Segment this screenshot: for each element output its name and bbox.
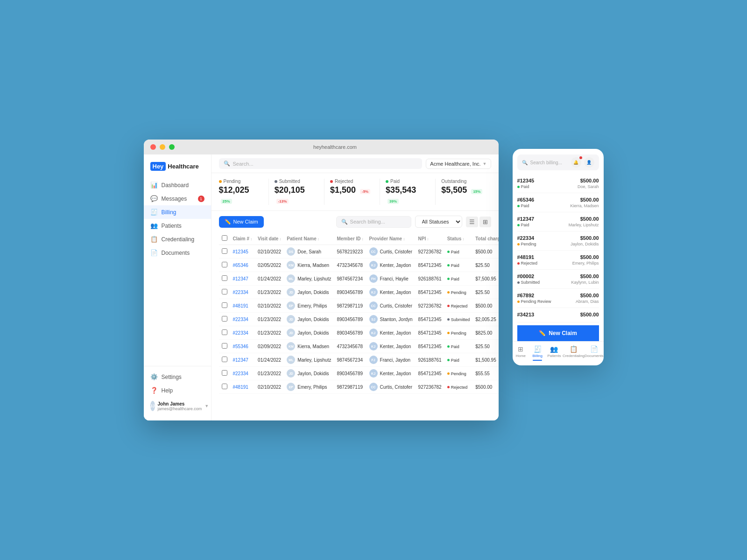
npi: 854712345 xyxy=(416,259,444,272)
claim-link[interactable]: #48191 xyxy=(233,303,248,308)
sidebar-item-billing[interactable]: 🧾 Billing xyxy=(144,205,211,219)
billing-search[interactable]: 🔍 Search billing... xyxy=(336,216,411,228)
table-row[interactable]: #55346 02/09/2022 KM Kierra, Madsen 4732… xyxy=(219,340,499,353)
phone-header-icons: 🔔 👤 xyxy=(571,157,594,168)
table-row[interactable]: #48191 02/10/2022 EP Emery, Philips 9872… xyxy=(219,380,499,394)
phone-nav-billing[interactable]: 🧾 Billing xyxy=(529,345,546,361)
total-charge: $7,500.95 xyxy=(472,272,498,286)
mobile-status: Pending Review xyxy=(517,299,551,304)
claim-link[interactable]: #48191 xyxy=(233,385,248,390)
sidebar-item-settings[interactable]: ⚙️ Settings xyxy=(144,370,211,384)
table-row[interactable]: #22334 01/23/2022 JD Jaylon, Dokidis 890… xyxy=(219,326,499,340)
provider-name: KJ Kenter, Jaydon xyxy=(366,326,416,340)
mobile-billing-item[interactable]: #65346 $500.00 Paid Kierra, Madsen xyxy=(517,193,599,212)
sidebar-item-dashboard[interactable]: 📊 Dashboard xyxy=(144,178,211,192)
notifications-button[interactable]: 🔔 xyxy=(571,157,581,168)
visit-date: 01/24/2022 xyxy=(255,272,284,286)
patient-avatar: JD xyxy=(287,315,295,323)
table-row[interactable]: #65346 02/05/2022 KM Kierra, Madsen 4732… xyxy=(219,259,499,272)
row-checkbox[interactable] xyxy=(222,316,227,322)
mobile-billing-item[interactable]: #48191 $500.00 Rejected Emery, Philips xyxy=(517,251,599,270)
row-checkbox[interactable] xyxy=(222,343,227,349)
npi: 926188761 xyxy=(416,272,444,286)
row-checkbox[interactable] xyxy=(222,262,227,267)
home-icon: ⊞ xyxy=(518,345,523,353)
patient-name: JD Jaylon, Dokidis xyxy=(284,367,334,380)
table-row[interactable]: #22334 01/23/2022 JD Jaylon, Dokidis 890… xyxy=(219,286,499,299)
phone-nav-documents[interactable]: 📄 Documents xyxy=(585,345,603,361)
mobile-billing-item[interactable]: #12345 $500.00 Paid Doe, Sarah xyxy=(517,174,599,193)
status-text: Rejected xyxy=(451,385,468,390)
status-text: Pending xyxy=(451,290,466,295)
claim-link[interactable]: #55346 xyxy=(233,344,248,349)
status-cell: Submitted xyxy=(444,313,473,326)
status-filter[interactable]: All Statuses xyxy=(415,216,462,228)
maximize-button[interactable] xyxy=(169,144,175,150)
browser-window: heyhealthcare.com Hey Healthcare 📊 Dashb… xyxy=(144,140,499,420)
sidebar-item-patients[interactable]: 👥 Patients xyxy=(144,219,211,232)
phone-search[interactable]: 🔍 Search billing... 🔔 👤 xyxy=(517,154,599,170)
claim-link[interactable]: #12347 xyxy=(233,357,248,363)
member-id: 8903456789 xyxy=(334,367,366,380)
table-row[interactable]: #48191 02/10/2022 EP Emery, Philips 9872… xyxy=(219,299,499,313)
new-claim-button[interactable]: ✏️ New Claim xyxy=(219,216,264,228)
close-button[interactable] xyxy=(150,144,156,150)
phone-nav-credentialing[interactable]: 📋 Credentialing xyxy=(563,345,585,361)
submitted-label: Submitted xyxy=(279,179,300,184)
minimize-button[interactable] xyxy=(160,144,165,150)
table-row[interactable]: #12345 02/10/2022 DS Doe, Sarah 56782192… xyxy=(219,245,499,259)
status-cell: Paid xyxy=(444,259,473,272)
mobile-billing-item[interactable]: #22334 $500.00 Pending Jaylon, Dokidis xyxy=(517,231,599,251)
row-checkbox[interactable] xyxy=(222,248,227,254)
mobile-billing-item[interactable]: #34213 $500.00 xyxy=(517,308,599,322)
mobile-new-claim-button[interactable]: ✏️ New Claim xyxy=(517,325,599,341)
table-row[interactable]: #22334 01/23/2022 JD Jaylon, Dokidis 890… xyxy=(219,367,499,380)
grid-view-button[interactable]: ⊞ xyxy=(479,217,491,227)
sidebar-item-credentialing[interactable]: 📋 Credentialing xyxy=(144,232,211,246)
sidebar-item-label: Credentialing xyxy=(162,236,195,243)
claim-link[interactable]: #12345 xyxy=(233,249,248,254)
paid-value: $35,543 xyxy=(386,185,416,195)
messages-icon: 💬 xyxy=(150,195,158,202)
sidebar-item-help[interactable]: ❓ Help xyxy=(144,384,211,397)
claim-link[interactable]: #12347 xyxy=(233,276,248,281)
row-checkbox[interactable] xyxy=(222,275,227,281)
org-selector[interactable]: Acme Healthcare, Inc. ▼ xyxy=(426,159,491,169)
mobile-billing-item[interactable]: #12347 $500.00 Paid Marley, Lipshutz xyxy=(517,212,599,231)
claim-link[interactable]: #22334 xyxy=(233,317,248,322)
select-all-checkbox[interactable] xyxy=(222,235,227,241)
table-row[interactable]: #12347 01/24/2022 ML Marley, Lipshutz 98… xyxy=(219,272,499,286)
phone-nav-patients[interactable]: 👥 Patients xyxy=(546,345,563,361)
list-view-button[interactable]: ☰ xyxy=(466,217,478,227)
patient-name: ML Marley, Lipshutz xyxy=(284,272,334,286)
row-checkbox[interactable] xyxy=(222,329,227,335)
mobile-status: Submitted xyxy=(517,280,540,285)
row-checkbox[interactable] xyxy=(222,302,227,308)
profile-button[interactable]: 👤 xyxy=(584,157,594,168)
table-row[interactable]: #12347 01/24/2022 ML Marley, Lipshutz 98… xyxy=(219,353,499,367)
status-cell: Paid xyxy=(444,353,473,367)
row-checkbox[interactable] xyxy=(222,357,227,362)
search-box[interactable]: 🔍 Search... xyxy=(219,158,423,169)
claim-link[interactable]: #22334 xyxy=(233,330,248,336)
col-provider-name: Provider Name↕ xyxy=(366,232,416,245)
row-checkbox[interactable] xyxy=(222,384,227,389)
row-checkbox[interactable] xyxy=(222,370,227,376)
mobile-patient: Emery, Philips xyxy=(572,261,599,266)
patient-avatar: EP xyxy=(287,383,295,391)
claim-link[interactable]: #22334 xyxy=(233,371,248,376)
patient-avatar: JD xyxy=(287,329,295,337)
claim-link[interactable]: #65346 xyxy=(233,263,248,268)
claim-link[interactable]: #22334 xyxy=(233,290,248,295)
mobile-billing-item[interactable]: #67892 $500.00 Pending Review Abram, Dia… xyxy=(517,289,599,308)
mobile-billing-item[interactable]: #00002 $500.00 Submitted Kaylynn, Lubin xyxy=(517,270,599,289)
row-checkbox[interactable] xyxy=(222,289,227,294)
sidebar-item-messages[interactable]: 💬 Messages 1 xyxy=(144,192,211,205)
sidebar-item-documents[interactable]: 📄 Documents xyxy=(144,246,211,259)
phone-nav-home[interactable]: ⊞ Home xyxy=(513,345,529,361)
total-charge: $500.00 xyxy=(472,380,498,394)
table-row[interactable]: #22334 01/23/2022 JD Jaylon, Dokidis 890… xyxy=(219,313,499,326)
sidebar-item-label: Patients xyxy=(162,223,182,229)
user-profile[interactable]: JJ John James james@healthcare.com ▼ xyxy=(144,397,211,415)
patient-name: ML Marley, Lipshutz xyxy=(284,353,334,367)
